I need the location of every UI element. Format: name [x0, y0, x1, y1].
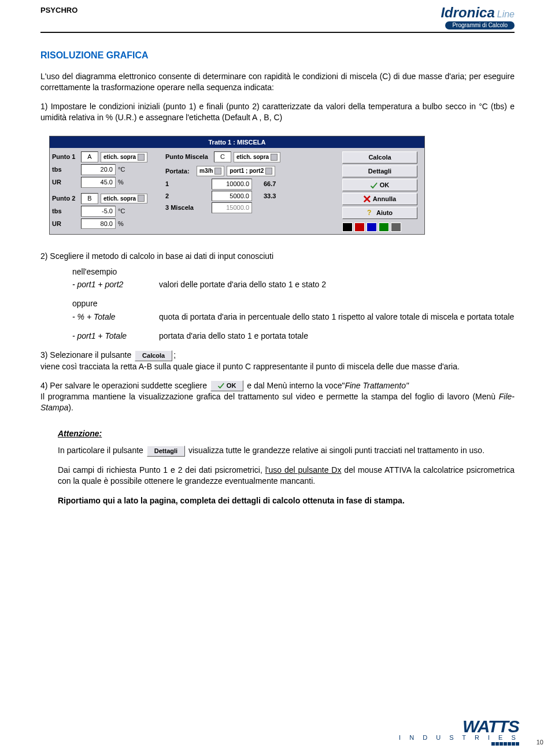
- punto-miscela-dropdown[interactable]: etich. sopra: [234, 152, 280, 162]
- punto2-label: Punto 2: [52, 194, 79, 203]
- attention-header: Attenzione:: [58, 428, 515, 439]
- page-number: 10: [536, 739, 543, 746]
- final-note: Riportiamo qui a lato la pagina, complet…: [58, 495, 515, 506]
- page-header: PSYCHRO IdronicaLine Programmi di Calcol…: [40, 6, 515, 29]
- tbs2-label: tbs: [52, 207, 79, 216]
- watts-logo: WATTS I N D U S T R I E S: [399, 717, 519, 746]
- color-red[interactable]: [354, 223, 365, 232]
- step-1: 1) Impostare le condizioni iniziali (pun…: [40, 101, 515, 123]
- step-3: 3) Selezionare il pulsante Calcola; vien…: [40, 350, 515, 372]
- ok-inline-button[interactable]: OK: [210, 380, 244, 391]
- intro-paragraph: L'uso del diagramma elettronico consente…: [40, 71, 515, 93]
- step-1-text: 1) Impostare le condizioni iniziali (pun…: [40, 101, 515, 123]
- check-icon: [218, 382, 224, 388]
- dettagli-inline-button[interactable]: Dettagli: [147, 446, 185, 457]
- punto-miscela-value[interactable]: C: [214, 151, 231, 162]
- tbs2-input[interactable]: -5.0: [81, 206, 116, 217]
- logo-sub: Line: [497, 9, 515, 19]
- portata-basis-dropdown[interactable]: port1 ; port2: [227, 166, 275, 176]
- ur2-input[interactable]: 80.0: [81, 218, 116, 229]
- x-icon: [364, 195, 371, 202]
- opt-pct-totale: - % + Totale: [72, 312, 159, 323]
- punto1-label: Punto 1: [52, 153, 79, 161]
- punto1-value[interactable]: A: [81, 151, 98, 162]
- punto2-value[interactable]: B: [81, 193, 98, 204]
- opt-port1-totale-desc: portata d'aria dello stato 1 e portata t…: [159, 331, 515, 342]
- ur1-label: UR: [52, 178, 79, 187]
- calcola-inline-button[interactable]: Calcola: [135, 350, 172, 361]
- logo-tag: Programmi di Calcolo: [445, 21, 515, 29]
- ur1-unit: %: [118, 178, 124, 187]
- row2-pct: 33.3: [264, 192, 283, 201]
- portata-unit-dropdown[interactable]: m3/h: [197, 166, 224, 176]
- portata-label: Portata:: [165, 167, 194, 176]
- aiuto-button[interactable]: ?Aiuto: [342, 207, 417, 219]
- color-green[interactable]: [379, 223, 389, 232]
- tbs2-unit: °C: [118, 207, 125, 216]
- tbs1-label: tbs: [52, 165, 79, 174]
- row3-value: 15000.0: [212, 202, 252, 213]
- annulla-button[interactable]: Annulla: [342, 193, 417, 205]
- brand-logo: IdronicaLine Programmi di Calcolo: [441, 6, 515, 29]
- miscela-panel: Tratto 1 : MISCELA Punto 1 A etich. sopr…: [49, 136, 425, 235]
- attention-text: In particolare il pulsante Dettagli visu…: [58, 445, 515, 457]
- row2-value[interactable]: 5000.0: [212, 191, 252, 202]
- page-title: RISOLUZIONE GRAFICA: [40, 50, 515, 61]
- color-blue[interactable]: [367, 223, 377, 232]
- ur2-label: UR: [52, 220, 79, 228]
- calcola-button[interactable]: Calcola: [342, 151, 417, 164]
- opt-port1-totale: - port1 + Totale: [72, 331, 159, 342]
- row1-value[interactable]: 10000.0: [212, 179, 252, 190]
- row1-num: 1: [165, 180, 200, 188]
- page-footer: WATTS I N D U S T R I E S 10: [40, 717, 543, 746]
- question-icon: ?: [367, 209, 374, 216]
- oppure-label: oppure: [72, 298, 159, 309]
- punto2-etichetta-dropdown[interactable]: etich. sopra: [101, 194, 147, 204]
- example-header: nell'esempio: [72, 266, 159, 277]
- tbs1-unit: °C: [118, 165, 125, 174]
- step-4: 4) Per salvare le operazioni suddette sc…: [40, 380, 515, 414]
- row1-pct: 66.7: [264, 180, 283, 188]
- dettagli-button[interactable]: Dettagli: [342, 165, 417, 177]
- ok-button[interactable]: OK: [342, 179, 417, 191]
- color-gray[interactable]: [391, 223, 401, 232]
- color-black[interactable]: [342, 223, 353, 232]
- logo-main: Idronica: [441, 5, 494, 20]
- color-palette[interactable]: [342, 223, 417, 232]
- opt-port1-port2-desc: valori delle portate d'aria dello stato …: [159, 279, 515, 290]
- opt-port1-port2: - port1 + port2: [72, 279, 159, 290]
- app-name: PSYCHRO: [40, 6, 77, 14]
- punto1-etichetta-dropdown[interactable]: etich. sopra: [101, 152, 147, 162]
- ur1-input[interactable]: 45.0: [81, 177, 116, 188]
- header-rule: [40, 32, 515, 33]
- opt-pct-totale-desc: quota di portata d'aria in percentuale d…: [159, 312, 515, 323]
- row2-num: 2: [165, 192, 200, 201]
- check-icon: [371, 182, 378, 189]
- row3-label: 3 Miscela: [165, 203, 200, 212]
- tbs1-input[interactable]: 20.0: [81, 164, 116, 175]
- step-2: 2) Scegliere il metodo di calcolo in bas…: [40, 251, 515, 262]
- punto-miscela-label: Punto Miscela: [165, 153, 212, 161]
- right-click-note: Dai campi di richiesta Punto 1 e 2 dei d…: [58, 465, 515, 487]
- ur2-unit: %: [118, 220, 124, 228]
- panel-title: Tratto 1 : MISCELA: [50, 136, 424, 149]
